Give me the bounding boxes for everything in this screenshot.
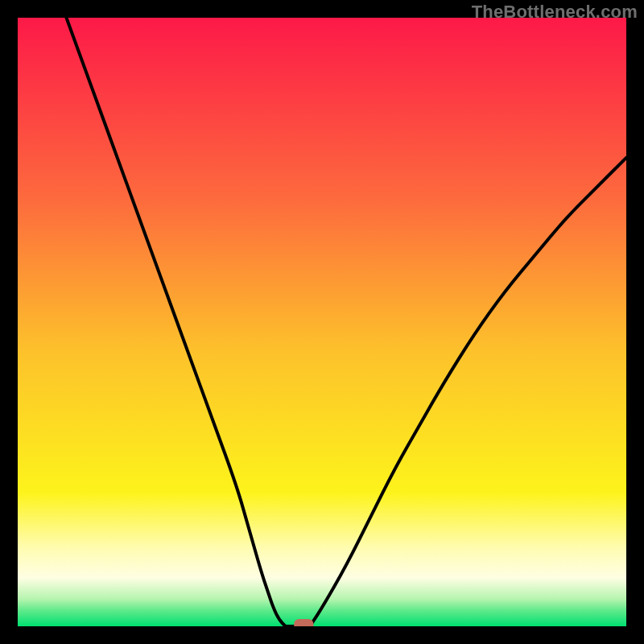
- plot-background: [18, 18, 626, 626]
- bottleneck-plot: [18, 18, 626, 626]
- watermark-text: TheBottleneck.com: [472, 2, 638, 23]
- chart-frame: TheBottleneck.com: [0, 0, 644, 644]
- optimum-marker: [294, 619, 313, 626]
